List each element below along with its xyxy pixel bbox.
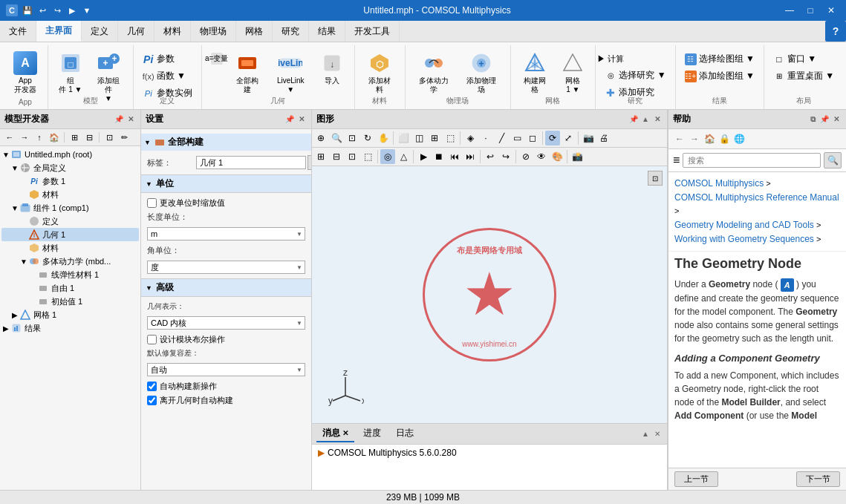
help-undock-btn[interactable]: ⧉ [807,114,818,125]
length-select[interactable]: m mm cm km [147,227,305,240]
tb2-btn1[interactable]: ⊞ [313,149,328,164]
mesh1-btn[interactable]: 网格1 ▼ [556,48,589,97]
mb-split-btn[interactable]: ⊡ [103,131,116,144]
params-btn[interactable]: Pi 参数 [140,51,195,67]
build-all-btn[interactable]: 全部构建 [229,48,266,97]
tab-devtools[interactable]: 开发工具 [345,21,400,42]
import-btn[interactable]: ↓ 导入 [316,48,348,88]
tab-log[interactable]: 日志 [390,425,420,442]
tb2-vis-btn[interactable]: 👁 [534,149,549,164]
view-front-btn[interactable]: ⬜ [396,131,411,145]
mb-pin-btn[interactable]: 📌 [114,114,124,125]
breadcrumb-sequences[interactable]: Working with Geometry Sequences [674,234,814,244]
tree-expand-mesh1[interactable]: ▶ [10,310,19,320]
tree-item-init1[interactable]: ▶ 初始值 1 [1,295,139,308]
tree-expand-global[interactable]: ▼ [10,163,19,173]
angle-select[interactable]: 度 弧度 [147,261,305,274]
tb2-anim-play[interactable]: ▶ [416,149,431,164]
tab-mesh[interactable]: 网格 [236,21,273,42]
variables-btn[interactable]: a=变量 [208,51,226,66]
help-globe-btn[interactable]: 🌐 [732,132,746,145]
rotate-btn[interactable]: ↻ [360,131,375,145]
mb-up-btn[interactable]: ↑ [33,131,46,144]
tree-item-params[interactable]: ▶ Pi 参数 1 [1,174,139,188]
close-btn[interactable]: ✕ [822,4,840,16]
select-all-btn[interactable]: ◈ [463,131,478,145]
design-module-checkbox[interactable] [147,335,157,344]
tb2-anim-prev[interactable]: ⏮ [447,149,462,164]
tab-geometry[interactable]: 几何 [118,21,154,42]
breadcrumb-comsol[interactable]: COMSOL Multiphysics [674,178,764,189]
settings-pin-btn[interactable]: 📌 [284,114,295,125]
screenshot-btn[interactable]: 📷 [581,131,596,145]
view-top-btn[interactable]: ⊞ [427,131,442,145]
tree-expand-root[interactable]: ▼ [1,149,10,160]
tb2-mesh-btn[interactable]: △ [396,149,411,164]
select-point-btn[interactable]: · [478,131,493,145]
section-collapse-icon[interactable]: ▼ [144,139,152,146]
pan-3d-btn[interactable]: ⤢ [561,131,576,145]
reset-desktop-btn[interactable]: ⊞ 重置桌面 ▼ [770,68,837,84]
tab-progress[interactable]: 进度 [357,425,387,442]
scale-checkbox[interactable] [147,198,157,208]
mb-home-btn[interactable]: 🏠 [48,131,61,144]
tab-file[interactable]: 文件 [0,21,36,42]
rotate-3d-btn[interactable]: ⟳ [545,131,560,145]
view-side-btn[interactable]: ◫ [411,131,426,145]
tab-physics[interactable]: 物理场 [191,21,236,42]
unit-collapse-icon[interactable]: ▼ [146,180,153,188]
maximize-btn[interactable]: □ [801,4,819,16]
help-search-btn[interactable]: 🔍 [824,152,842,168]
messages-tab-close[interactable]: ✕ [342,429,348,437]
livelink-btn[interactable]: LiveLink LiveLink ▼ [269,48,313,97]
messages-close-btn[interactable]: ✕ [652,429,663,439]
help-lock-btn[interactable]: 🔒 [718,132,731,145]
tree-item-free1[interactable]: ▶ 自由 1 [1,281,139,295]
tab-home[interactable]: 主界面 [36,21,82,42]
tb2-btn2[interactable]: ⊟ [329,149,344,164]
tab-messages[interactable]: 消息 ✕ [316,425,354,442]
save-quick-btn[interactable]: 💾 [21,4,34,17]
select-edge-btn[interactable]: ╱ [494,131,509,145]
help-back-btn[interactable]: ← [673,132,686,145]
help-close-btn[interactable]: ✕ [831,114,842,125]
tree-item-global[interactable]: ▼ 全局定义 [1,161,139,174]
view-3d-btn[interactable]: ⬚ [443,131,458,145]
help-home-btn[interactable]: 🏠 [703,132,716,145]
select-study-btn[interactable]: ◎ 选择研究 ▼ [602,68,668,83]
redo-quick-btn[interactable]: ↪ [51,4,64,17]
zoom-in-btn[interactable]: 🔍 [329,131,344,145]
settings-close-btn[interactable]: ✕ [296,114,307,125]
tree-item-global-mat[interactable]: ▶ 材料 [1,188,139,201]
tab-materials[interactable]: 材料 [154,21,191,42]
tree-item-define[interactable]: ▶ 定义 [1,215,139,228]
tree-expand-mbd[interactable]: ▼ [19,256,28,266]
select-face-btn[interactable]: ▭ [510,131,524,145]
mb-forward-btn[interactable]: → [18,131,31,144]
tb2-clip-btn[interactable]: ⊘ [518,149,533,164]
tree-item-root[interactable]: ▼ Untitled.mph (root) [1,148,139,161]
minimize-btn[interactable]: — [781,4,798,16]
add-physics-btn[interactable]: + 添加物理场 [459,48,504,97]
tb2-anim-stop[interactable]: ⏹ [432,149,446,164]
tb2-btn3[interactable]: ⊡ [345,149,359,164]
help-next-btn[interactable]: 下一节 [796,471,840,487]
tag-action-btn[interactable]: ⊡ [308,155,311,170]
undo-quick-btn[interactable]: ↩ [36,4,49,17]
auto-build-exit-checkbox[interactable] [147,396,157,405]
tree-expand-comp1[interactable]: ▼ [10,203,19,213]
tree-item-linear[interactable]: ▶ 线弹性材料 1 [1,268,139,281]
tree-item-comp-mat[interactable]: ▶ 材料 [1,241,139,255]
tb2-shot-btn[interactable]: 📸 [570,149,585,164]
multibody-btn[interactable]: 多体动力学 [411,48,457,97]
tree-item-mbd[interactable]: ▼ 多体动力学 (mbd... [1,255,139,268]
graphics-expand-btn[interactable]: ▲ [640,114,651,125]
pan-btn[interactable]: ✋ [376,131,391,145]
help-prev-btn[interactable]: 上一节 [674,471,718,487]
tb2-fwd-btn[interactable]: ↪ [498,149,513,164]
window-btn[interactable]: □ 窗口 ▼ [770,51,837,67]
help-search-input[interactable] [683,153,821,168]
tab-results[interactable]: 结果 [309,21,345,42]
mb-collapse-btn[interactable]: ⊟ [82,131,96,144]
tab-study[interactable]: 研究 [273,21,309,42]
